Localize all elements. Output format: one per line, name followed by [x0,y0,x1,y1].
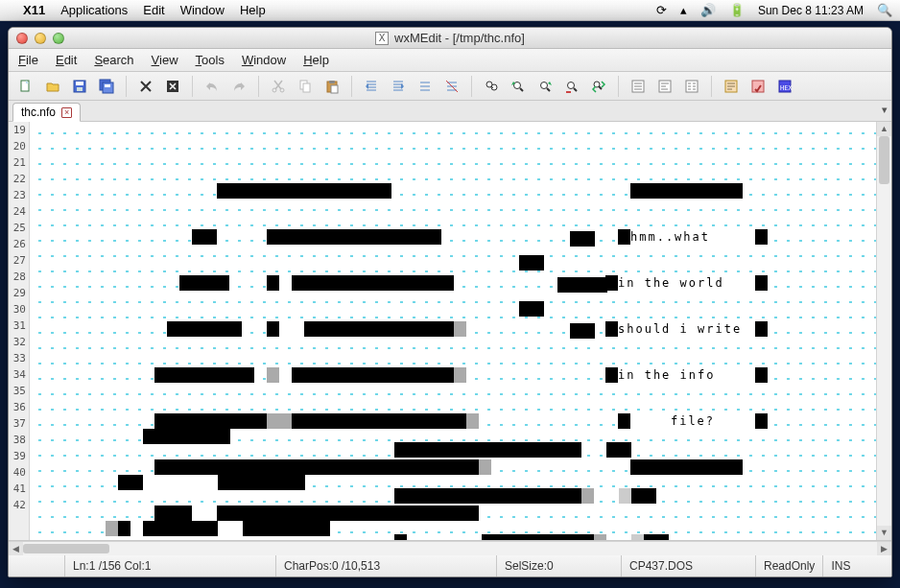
tab-thc-nfo[interactable]: thc.nfo × [12,103,81,122]
vertical-scrollbar[interactable]: ▲ ▼ [876,122,891,540]
toolbar: HEX [9,72,891,101]
status-bar: Ln:1 /156 Col:1 CharPos:0 /10,513 SelSiz… [9,555,891,576]
bubble-line-4: in the info [618,367,715,383]
close-file-button[interactable] [134,75,157,98]
app-menubar: File Edit Search View Tools Window Help [9,49,891,72]
menu-edit[interactable]: Edit [56,53,77,67]
menu-file[interactable]: File [18,53,38,67]
svg-rect-5 [103,82,113,93]
menu-view[interactable]: View [152,53,178,67]
status-blank [9,555,64,576]
x11-icon: X [375,32,389,45]
svg-point-18 [541,82,548,88]
scroll-down-button[interactable]: ▼ [877,526,891,540]
spell-check-button[interactable] [746,75,770,98]
tab-strip: thc.nfo × ▾ [9,101,891,122]
menu-help[interactable]: Help [303,53,329,67]
wrap-none-button[interactable] [627,75,650,98]
status-position: Ln:1 /156 Col:1 [64,555,275,576]
clock[interactable]: Sun Dec 8 11:23 AM [758,4,864,17]
line-number-gutter: 1920212223242526272829303132333435363738… [9,122,30,540]
cut-button[interactable] [267,75,290,98]
status-insert-mode: INS [822,555,858,576]
macos-menubar: X11 Applications Edit Window Help ⟳ ▴ 🔊 … [0,0,900,21]
horizontal-scrollbar[interactable]: ◀ ▶ [9,541,891,555]
indent-left-button[interactable] [360,75,383,98]
macos-menu-help[interactable]: Help [240,3,266,17]
copy-button[interactable] [294,75,317,98]
window-title: X wxMEdit - [/tmp/thc.nfo] [9,31,891,45]
svg-point-19 [568,82,575,88]
titlebar[interactable]: X wxMEdit - [/tmp/thc.nfo] [9,28,891,49]
close-all-button[interactable] [161,75,184,98]
find-next-button[interactable] [533,75,557,98]
text-editor[interactable]: hmm..what in the world should i write in… [30,122,876,540]
hex-mode-button[interactable]: HEX [773,75,796,98]
scroll-right-button[interactable]: ▶ [877,542,891,556]
scroll-left-button[interactable]: ◀ [9,542,23,556]
volume-icon[interactable]: 🔊 [700,3,716,17]
bubble-line-2: in the world [618,275,724,291]
macos-app-name[interactable]: X11 [23,3,45,17]
replace-all-button[interactable] [587,75,610,98]
hscroll-thumb[interactable] [23,544,109,553]
status-selsize: SelSize:0 [496,555,621,576]
display-icon[interactable]: ▴ [680,3,687,17]
svg-rect-14 [331,85,338,93]
indent-right-button[interactable] [387,75,410,98]
status-charpos: CharPos:0 /10,513 [275,555,496,576]
svg-rect-13 [329,81,335,83]
tab-overflow-button[interactable]: ▾ [882,104,888,116]
find-button[interactable] [480,75,503,98]
uncomment-button[interactable] [440,75,463,98]
new-file-button[interactable] [14,75,37,98]
svg-rect-6 [105,84,110,87]
open-file-button[interactable] [41,75,64,98]
replace-button[interactable] [560,75,583,98]
svg-rect-0 [21,81,29,91]
wrap-char-button[interactable] [680,75,703,98]
menu-window[interactable]: Window [242,53,286,67]
show-symbols-button[interactable] [720,75,743,98]
spotlight-icon[interactable]: 🔍 [877,3,892,17]
svg-point-9 [280,88,284,92]
find-prev-button[interactable] [507,75,530,98]
status-readonly: ReadOnly [755,555,822,576]
undo-button[interactable] [201,75,224,98]
menu-search[interactable]: Search [94,53,133,67]
status-encoding: CP437.DOS [621,555,755,576]
comment-button[interactable] [414,75,437,98]
paste-button[interactable] [320,75,343,98]
menu-tools[interactable]: Tools [196,53,225,67]
bubble-line-3: should i write [618,321,742,337]
battery-icon[interactable]: 🔋 [729,3,745,17]
svg-rect-11 [303,83,310,92]
redo-button[interactable] [227,75,250,98]
app-window: X wxMEdit - [/tmp/thc.nfo] File Edit Sea… [8,27,892,577]
wrap-word-button[interactable] [653,75,676,98]
svg-rect-2 [76,82,83,85]
macos-menu-applications[interactable]: Applications [60,3,128,17]
tab-label: thc.nfo [21,106,56,119]
svg-rect-23 [686,81,698,92]
macos-menu-edit[interactable]: Edit [143,3,164,17]
svg-point-8 [272,88,276,92]
svg-rect-3 [77,87,83,91]
save-all-button[interactable] [95,75,118,98]
bubble-line-1: hmm..what [630,229,710,245]
svg-text:HEX: HEX [780,84,793,92]
editor-area: 1920212223242526272829303132333435363738… [9,122,891,541]
tab-close-button[interactable]: × [61,107,72,118]
nfo-ascii-art: hmm..what in the world should i write in… [30,153,876,387]
save-button[interactable] [68,75,91,98]
vscroll-thumb[interactable] [879,136,889,184]
scroll-up-button[interactable]: ▲ [877,122,891,136]
sync-icon[interactable]: ⟳ [656,3,667,17]
macos-menu-window[interactable]: Window [180,3,225,17]
